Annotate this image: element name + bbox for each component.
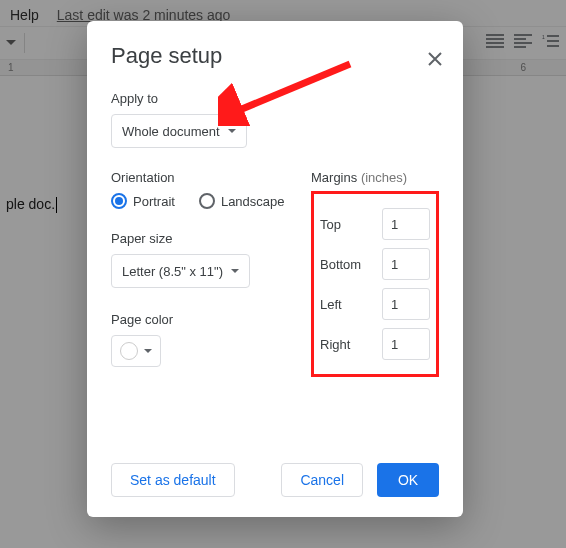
- paper-size-value: Letter (8.5" x 11"): [122, 264, 223, 279]
- margins-highlight-box: Top Bottom Left Right: [311, 191, 439, 377]
- margin-top-input[interactable]: [382, 208, 430, 240]
- margin-left-input[interactable]: [382, 288, 430, 320]
- orientation-portrait-radio[interactable]: Portrait: [111, 193, 175, 209]
- margin-bottom-input[interactable]: [382, 248, 430, 280]
- chevron-down-icon: [231, 269, 239, 277]
- chevron-down-icon: [228, 129, 236, 137]
- apply-to-label: Apply to: [111, 91, 439, 106]
- margin-right-label: Right: [320, 337, 350, 352]
- close-icon: [427, 51, 443, 67]
- set-as-default-button[interactable]: Set as default: [111, 463, 235, 497]
- margin-top-label: Top: [320, 217, 341, 232]
- portrait-label: Portrait: [133, 194, 175, 209]
- margins-label: Margins (inches): [311, 170, 439, 185]
- page-color-label: Page color: [111, 312, 311, 327]
- color-swatch-icon: [120, 342, 138, 360]
- margin-bottom-label: Bottom: [320, 257, 361, 272]
- cancel-button[interactable]: Cancel: [281, 463, 363, 497]
- page-setup-dialog: Page setup Apply to Whole document Orien…: [87, 21, 463, 517]
- margin-right-input[interactable]: [382, 328, 430, 360]
- chevron-down-icon: [144, 349, 152, 357]
- apply-to-select[interactable]: Whole document: [111, 114, 247, 148]
- landscape-label: Landscape: [221, 194, 285, 209]
- paper-size-label: Paper size: [111, 231, 311, 246]
- radio-icon: [111, 193, 127, 209]
- apply-to-value: Whole document: [122, 124, 220, 139]
- dialog-title: Page setup: [111, 43, 439, 69]
- radio-icon: [199, 193, 215, 209]
- close-button[interactable]: [427, 51, 443, 71]
- orientation-landscape-radio[interactable]: Landscape: [199, 193, 285, 209]
- page-color-select[interactable]: [111, 335, 161, 367]
- orientation-label: Orientation: [111, 170, 311, 185]
- ok-button[interactable]: OK: [377, 463, 439, 497]
- margin-left-label: Left: [320, 297, 342, 312]
- paper-size-select[interactable]: Letter (8.5" x 11"): [111, 254, 250, 288]
